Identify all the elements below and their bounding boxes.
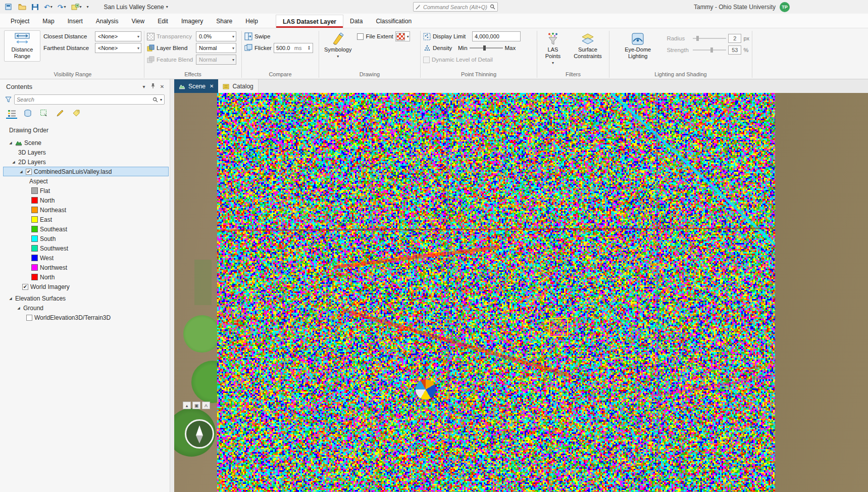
legend-item[interactable]: Southeast	[0, 224, 170, 234]
expander-icon[interactable]: ◢	[16, 306, 21, 310]
new-project-button[interactable]	[4, 3, 14, 11]
legend-item[interactable]: Northeast	[0, 205, 170, 215]
panel-menu-chevron-icon[interactable]: ▾	[139, 84, 148, 89]
undo-dropdown-chevron-icon[interactable]: ▾	[50, 5, 53, 9]
view-tab-scene[interactable]: Scene ✕	[174, 79, 218, 93]
tree-node-world-imagery[interactable]: ✔ World Imagery	[0, 282, 170, 291]
tab-insert[interactable]: Insert	[61, 15, 89, 28]
redo-button[interactable]: ↷ ▾	[57, 3, 67, 11]
tree-node-elevation-surfaces[interactable]: ◢ Elevation Surfaces	[0, 293, 170, 303]
list-by-selection-button[interactable]	[38, 109, 49, 119]
tree-node-aspect[interactable]: Aspect	[0, 176, 170, 186]
legend-swatch	[31, 274, 38, 280]
panel-pin-icon[interactable]	[148, 83, 158, 90]
distance-range-button[interactable]: Distance Range	[4, 30, 40, 62]
user-account[interactable]: Tammy - Ohio State University TP	[694, 0, 790, 14]
command-search-input[interactable]	[423, 4, 488, 10]
view-tab-catalog[interactable]: Catalog	[218, 79, 258, 93]
las-layer-checkbox[interactable]: ✔	[26, 169, 32, 175]
legend-item[interactable]: South	[0, 234, 170, 243]
tab-map[interactable]: Map	[36, 15, 61, 28]
map-control-fullscreen-button[interactable]: ▣	[192, 402, 200, 409]
spin-down-icon[interactable]: ▼	[308, 48, 311, 51]
expander-icon[interactable]: ◢	[11, 160, 16, 164]
surface-constraints-button[interactable]: Surface Constraints	[569, 30, 606, 62]
avatar[interactable]: TP	[780, 2, 790, 12]
contents-search-input[interactable]	[17, 96, 150, 103]
tree-node-2d-layers[interactable]: ◢ 2D Layers	[0, 157, 170, 167]
scene-icon	[15, 139, 22, 146]
layer-blend-dropdown[interactable]: Normal ▾	[196, 43, 236, 53]
tree-node-terrain3d[interactable]: WorldElevation3D/Terrain3D	[0, 313, 170, 322]
flicker-input[interactable]: 500.0 ms ▲ ▼	[274, 43, 313, 53]
tree-node-las-layer[interactable]: ◢ ✔ CombinedSanLuisValley.lasd	[3, 167, 169, 176]
open-project-button[interactable]	[17, 3, 27, 11]
close-icon[interactable]: ✕	[210, 83, 214, 89]
tab-project[interactable]: Project	[4, 15, 36, 28]
tab-view[interactable]: View	[125, 15, 151, 28]
on-screen-navigator[interactable]	[185, 419, 214, 449]
radius-input: 2	[728, 34, 741, 43]
legend-item[interactable]: North	[0, 272, 170, 282]
list-by-editing-button[interactable]	[55, 109, 66, 119]
world-imagery-checkbox[interactable]: ✔	[22, 284, 28, 290]
legend-item[interactable]: Flat	[0, 186, 170, 195]
transparency-icon	[147, 33, 155, 40]
tree-node-scene[interactable]: ◢ Scene	[0, 138, 170, 147]
legend-item[interactable]: North	[0, 195, 170, 205]
tree-node-ground[interactable]: ◢ Ground	[0, 303, 170, 313]
tab-analysis[interactable]: Analysis	[89, 15, 125, 28]
scene-viewport[interactable]: ▴ ▣ A	[174, 93, 868, 492]
expander-icon[interactable]: ◢	[8, 297, 13, 301]
transparency-dropdown[interactable]: 0.0% ▾	[196, 31, 236, 41]
legend-swatch	[31, 187, 38, 194]
panel-splitter[interactable]	[170, 79, 174, 492]
search-options-chevron-icon[interactable]: ▾	[160, 97, 162, 102]
add-data-button[interactable]: ▾	[70, 3, 83, 11]
las-points-button[interactable]: LAS Points ▾	[540, 30, 566, 67]
tab-edit[interactable]: Edit	[151, 15, 175, 28]
tab-las-dataset-layer[interactable]: LAS Dataset Layer	[276, 15, 343, 28]
eye-dome-lighting-button[interactable]: Eye-Dome Lighting	[612, 30, 663, 62]
terrain3d-checkbox[interactable]	[26, 315, 32, 321]
map-control-heading-button[interactable]: A	[202, 402, 210, 409]
list-by-drawing-order-button[interactable]	[6, 109, 17, 119]
expander-icon[interactable]: ◢	[8, 141, 13, 145]
file-extent-checkbox[interactable]	[357, 33, 364, 40]
swipe-button[interactable]: Swipe	[244, 31, 313, 41]
tab-data[interactable]: Data	[343, 15, 369, 28]
closest-distance-dropdown[interactable]: <None> ▾	[95, 31, 141, 41]
customize-toolbar-button[interactable]: ▾	[86, 4, 90, 10]
lidar-point-cloud[interactable]	[217, 93, 775, 492]
tab-help[interactable]: Help	[239, 15, 265, 28]
add-data-dropdown-chevron-icon[interactable]: ▾	[80, 5, 82, 9]
list-by-labeling-button[interactable]	[71, 109, 82, 119]
redo-dropdown-chevron-icon[interactable]: ▾	[64, 5, 66, 9]
legend-item[interactable]: Northwest	[0, 263, 170, 272]
tab-imagery[interactable]: Imagery	[175, 15, 210, 28]
expander-icon[interactable]: ◢	[19, 170, 24, 174]
undo-button[interactable]: ↶ ▾	[43, 3, 54, 11]
legend-item[interactable]: Southwest	[0, 243, 170, 253]
farthest-distance-dropdown[interactable]: <None> ▾	[95, 43, 141, 53]
swipe-label: Swipe	[254, 33, 270, 39]
panel-close-icon[interactable]: ✕	[158, 84, 167, 89]
list-by-source-button[interactable]	[22, 109, 33, 119]
density-slider[interactable]	[470, 45, 503, 51]
filter-icon[interactable]	[5, 96, 12, 103]
contents-panel-title: Contents	[6, 83, 139, 90]
symbology-button[interactable]: Symbology ▾	[322, 30, 354, 61]
map-control-tilt-button[interactable]: ▴	[183, 402, 191, 409]
save-project-button[interactable]	[30, 3, 40, 11]
flicker-spinner[interactable]: ▲ ▼	[308, 45, 311, 51]
file-extent-color-dropdown[interactable]: ▾	[395, 31, 410, 41]
legend-item[interactable]: West	[0, 253, 170, 263]
contents-search-box[interactable]: ▾	[14, 94, 165, 105]
project-title-chevron-icon[interactable]: ▾	[166, 5, 168, 9]
tab-classification[interactable]: Classification	[369, 15, 418, 28]
tab-share[interactable]: Share	[210, 15, 239, 28]
display-limit-input[interactable]: 4,000,000	[472, 31, 521, 41]
tree-node-3d-layers[interactable]: 3D Layers	[0, 147, 170, 157]
command-search[interactable]	[413, 2, 498, 12]
legend-item[interactable]: East	[0, 215, 170, 224]
